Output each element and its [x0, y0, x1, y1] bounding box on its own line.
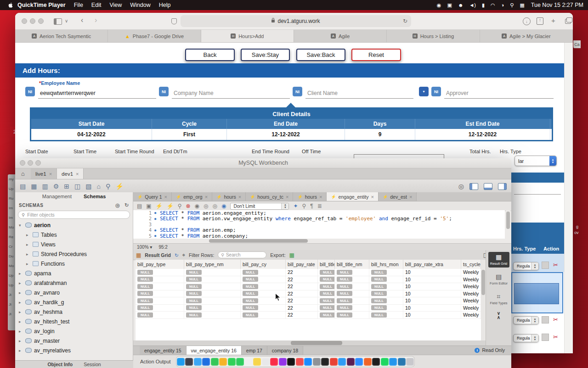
- desktop-switch-icon[interactable]: ▦: [520, 3, 524, 8]
- client-name-input[interactable]: Client Name: [305, 88, 413, 99]
- grid-cell[interactable]: NULL: [369, 276, 403, 283]
- music-dock-icon[interactable]: [270, 358, 278, 366]
- refresh-icon[interactable]: ↻: [403, 18, 407, 24]
- delete-scissors-icon[interactable]: ✂: [553, 334, 558, 340]
- grid-cell[interactable]: 22: [286, 297, 318, 304]
- grid-cell[interactable]: 22: [286, 283, 318, 290]
- news-dock-icon[interactable]: [296, 358, 304, 366]
- grid-cell[interactable]: NULL: [184, 297, 241, 304]
- left-panel-toggle-icon[interactable]: [469, 183, 478, 190]
- slack-dock-icon[interactable]: [347, 358, 355, 366]
- commit-icon[interactable]: ◎: [204, 203, 208, 209]
- close-icon[interactable]: ×: [286, 194, 288, 200]
- grid-cell[interactable]: 10: [403, 276, 461, 283]
- downloads-icon[interactable]: ↓: [523, 17, 531, 25]
- notes-dock-icon[interactable]: [253, 358, 261, 366]
- grid-row[interactable]: NULLNULLNULL22NULLNULLNULL10Weekly: [136, 305, 481, 312]
- menu-help[interactable]: Help: [159, 2, 171, 8]
- grid-cell[interactable]: NULL: [136, 276, 184, 283]
- close-icon[interactable]: ×: [319, 194, 322, 200]
- grid-cell[interactable]: NULL: [241, 283, 286, 290]
- spotify-dock-icon[interactable]: [381, 358, 389, 366]
- screen-record-icon[interactable]: ◉: [437, 3, 441, 8]
- grid-cell[interactable]: NULL: [335, 276, 369, 283]
- grid-cell[interactable]: NULL: [369, 269, 403, 276]
- back-button[interactable]: Back: [185, 49, 235, 61]
- grid-cell[interactable]: Weekly: [461, 312, 481, 318]
- chevron-down-icon[interactable]: ∨: [65, 17, 68, 25]
- invisible-chars-icon[interactable]: ¶: [310, 203, 313, 209]
- result-tab[interactable]: company 18: [267, 346, 303, 355]
- grid-column-header[interactable]: bill_pay_type_nm: [184, 260, 241, 269]
- disclosure-icon[interactable]: ▸: [26, 242, 30, 247]
- schema-tree-item[interactable]: ▸av_master: [15, 336, 133, 346]
- grid-cell[interactable]: 10: [403, 305, 461, 312]
- disclosure-icon[interactable]: ▸: [19, 300, 23, 305]
- shortcuts-icon[interactable]: ▣: [447, 3, 452, 8]
- disclosure-icon[interactable]: ▸: [19, 329, 23, 334]
- reset-button[interactable]: Reset: [351, 49, 401, 61]
- facetime-dock-icon[interactable]: [236, 358, 244, 366]
- editor-vertical-scrollbar[interactable]: [506, 210, 510, 239]
- grid-cell[interactable]: NULL: [369, 312, 403, 318]
- grid-column-header[interactable]: bill_hrs_mon: [369, 260, 403, 269]
- grid-row[interactable]: NULLNULLNULL22NULLNULLNULL10Weekly: [136, 297, 481, 305]
- hrs-type-row-select[interactable]: Regula▲▼: [513, 262, 539, 270]
- company-name-input[interactable]: Company Name: [172, 88, 290, 99]
- schema-tree-item[interactable]: ▸arafatrahman: [15, 278, 133, 288]
- grid-cell[interactable]: 22: [286, 269, 318, 276]
- grid-cell[interactable]: NULL: [335, 290, 369, 297]
- grid-cell[interactable]: NULL: [184, 276, 241, 283]
- grid-row[interactable]: NULLNULLNULL22NULLNULLNULL10Weekly: [136, 312, 481, 319]
- grid-cell[interactable]: 10: [403, 283, 461, 290]
- grid-cell[interactable]: NULL: [241, 269, 286, 276]
- disclosure-icon[interactable]: ▸: [19, 348, 23, 353]
- result-search-input[interactable]: ⚲ Search: [218, 251, 266, 258]
- bottom-panel-toggle-icon[interactable]: [484, 183, 492, 190]
- forward-icon[interactable]: ›: [95, 16, 97, 24]
- create-view-icon[interactable]: ◫: [74, 183, 80, 190]
- apple-logo-icon[interactable]: [7, 2, 14, 8]
- object-info-tab[interactable]: Object Info: [47, 362, 73, 367]
- grid-cell[interactable]: NULL: [318, 283, 335, 290]
- back-icon[interactable]: ‹: [81, 16, 83, 24]
- schema-tree-item[interactable]: ▸Stored Procedures: [15, 249, 133, 259]
- hrs-type-row-select[interactable]: Regula▲▼: [513, 334, 539, 342]
- grid-column-header[interactable]: bill_title: [318, 260, 335, 269]
- grid-cell[interactable]: NULL: [335, 312, 369, 318]
- close-icon[interactable]: ×: [76, 171, 79, 177]
- grid-cell[interactable]: NULL: [241, 305, 286, 312]
- grid-cell[interactable]: NULL: [136, 305, 184, 312]
- grid-cell[interactable]: NULL: [318, 312, 335, 318]
- explain-icon[interactable]: ⚲: [178, 203, 182, 209]
- close-icon[interactable]: ×: [49, 171, 52, 177]
- grid-cell[interactable]: NULL: [369, 290, 403, 297]
- grid-cell[interactable]: 10: [403, 297, 461, 304]
- execute-current-icon[interactable]: ⚡: [167, 203, 174, 209]
- schemas-tab[interactable]: Schemas: [84, 194, 106, 199]
- grid-cell[interactable]: NULL: [241, 312, 286, 318]
- grid-cell[interactable]: NULL: [136, 269, 184, 276]
- autocommit-icon[interactable]: ◉: [221, 203, 226, 209]
- close-icon[interactable]: ×: [205, 194, 208, 200]
- grid-column-header[interactable]: bill_pay_cy: [241, 260, 286, 269]
- battery-icon[interactable]: ▮: [482, 3, 485, 8]
- create-procedure-icon[interactable]: ▧: [85, 183, 91, 190]
- grid-cell[interactable]: NULL: [136, 290, 184, 297]
- reminders-dock-icon[interactable]: [262, 358, 270, 366]
- maps-dock-icon[interactable]: [211, 358, 219, 366]
- zoom-dock-icon[interactable]: [355, 358, 363, 366]
- grid-cell[interactable]: NULL: [318, 269, 335, 276]
- sidebar-toggle-icon[interactable]: [54, 18, 62, 25]
- grid-vertical-scrollbar[interactable]: [481, 260, 486, 340]
- user-icon[interactable]: ◎: [458, 183, 464, 190]
- settings-dock-icon[interactable]: [313, 358, 321, 366]
- grid-cell[interactable]: Weekly: [461, 269, 481, 276]
- privacy-shield-icon[interactable]: [171, 18, 177, 24]
- query-tab[interactable]: ⚡engage_entity×: [327, 192, 379, 201]
- grid-row[interactable]: NULLNULLNULL22NULLNULLNULL10Weekly: [136, 276, 481, 284]
- grid-cell[interactable]: NULL: [136, 312, 184, 318]
- open-file-icon[interactable]: ▥: [42, 183, 48, 190]
- menu-window[interactable]: Window: [130, 2, 150, 8]
- result-tab[interactable]: emp 17: [242, 346, 267, 355]
